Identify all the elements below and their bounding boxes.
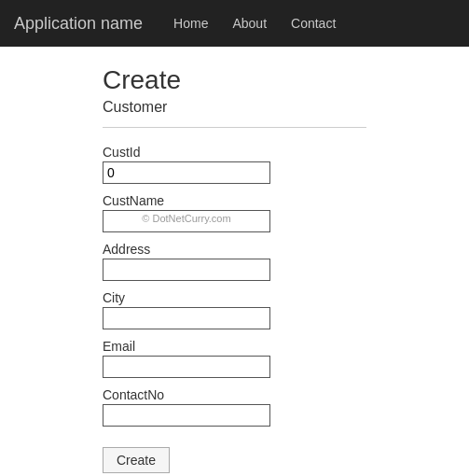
page-title: Create	[103, 65, 366, 95]
label-email: Email	[103, 339, 366, 354]
input-email[interactable]	[103, 356, 270, 378]
nav-link-home[interactable]: Home	[171, 11, 211, 35]
field-custname: CustName © DotNetCurry.com	[103, 193, 366, 232]
page-subtitle: Customer	[103, 99, 366, 116]
label-contactno: ContactNo	[103, 387, 366, 402]
field-address: Address	[103, 242, 366, 281]
main-content: Create Customer CustId CustName © DotNet…	[0, 47, 469, 476]
input-custname[interactable]	[103, 210, 270, 232]
label-address: Address	[103, 242, 366, 257]
divider	[103, 127, 366, 128]
navbar-brand[interactable]: Application name	[14, 14, 143, 34]
label-custname: CustName	[103, 193, 366, 208]
input-city[interactable]	[103, 307, 270, 329]
input-contactno[interactable]	[103, 404, 270, 427]
label-custid: CustId	[103, 145, 366, 160]
create-button[interactable]: Create	[103, 447, 170, 473]
nav-link-about[interactable]: About	[229, 11, 269, 35]
label-city: City	[103, 290, 366, 305]
navbar-links: Home About Contact	[171, 11, 338, 35]
field-email: Email	[103, 339, 366, 378]
input-address[interactable]	[103, 259, 270, 281]
create-form: CustId CustName © DotNetCurry.com Addres…	[103, 145, 366, 476]
nav-link-contact[interactable]: Contact	[288, 11, 338, 35]
input-custid[interactable]	[103, 161, 270, 184]
field-city: City	[103, 290, 366, 329]
navbar: Application name Home About Contact	[0, 0, 469, 47]
field-custid: CustId	[103, 145, 366, 184]
field-contactno: ContactNo	[103, 387, 366, 427]
